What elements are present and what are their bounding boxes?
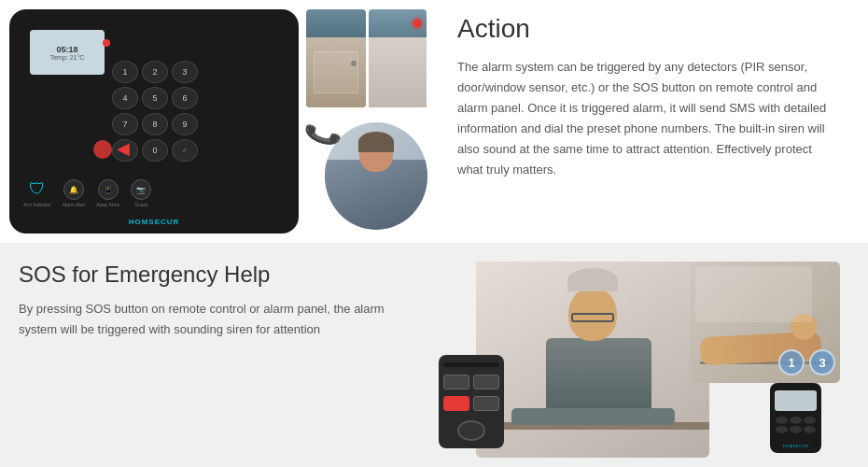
action-description: The alarm system can be triggered by any… [457,57,840,181]
key-5: 5 [142,87,168,109]
panel-led [93,140,112,159]
sos-title: SOS for Emergency Help [19,262,420,288]
action-text-area: Action The alarm system can be triggered… [448,9,849,234]
key-0: 0 [142,139,168,162]
numbered-overlay: 1 3 [778,349,835,375]
top-section: 05:18 Temp: 21°C 1 2 3 4 5 6 7 8 9 🔓 0 ✓ [0,0,868,243]
sos-description: By pressing SOS button on remote control… [19,299,420,340]
panel-screen: 05:18 Temp: 21°C [30,30,105,75]
panel-arrow-icon: ◀ [117,138,130,159]
wall-image [369,9,427,107]
room-background [695,266,812,322]
action-title: Action [457,14,840,44]
panel-brand-text: HOMSECUR [129,218,180,226]
man-at-desk-photo [476,262,709,458]
key-2: 2 [142,61,168,83]
wall-alarm-indicator [413,19,422,28]
person-phone-container: 📞 [306,113,427,230]
remote-btn-sos [443,396,469,411]
remote-btn-2 [473,375,499,389]
remote-btn-4 [473,396,499,411]
fall-person-photo: 1 3 [691,262,840,383]
remote-btn-1 [443,375,469,389]
bottom-section: SOS for Emergency Help By pressing SOS b… [0,243,868,467]
sos-images-area: 1 3 HOMSECUR [420,262,849,458]
key-4: 4 [112,87,138,109]
screen-time: 05:18 [56,45,77,54]
number-circle-1: 1 [778,349,805,375]
remote-round-btn [457,420,485,441]
sos-text-area: SOS for Emergency Help By pressing SOS b… [19,262,420,458]
door-knob [351,61,357,66]
screen-temp: Temp: 21°C [50,54,85,61]
small-panel-image: HOMSECUR [770,383,821,453]
alarm-panel-image: 05:18 Temp: 21°C 1 2 3 4 5 6 7 8 9 🔓 0 ✓ [9,9,299,234]
key-8: 8 [142,113,168,135]
key-9: 9 [172,113,198,135]
panel-bottom-row: 🛡 Arm Indicator 🔔 Alarm Alert 📱 Away Arm… [23,179,151,207]
key-hash: ✓ [172,139,198,162]
remote-control-image [439,355,504,448]
key-3: 3 [172,61,198,83]
small-images-column: 📞 [306,9,427,230]
key-6: 6 [172,87,198,109]
left-images-area: 05:18 Temp: 21°C 1 2 3 4 5 6 7 8 9 🔓 0 ✓ [9,9,448,234]
key-1: 1 [112,61,138,83]
key-7: 7 [112,113,138,135]
door-wall-images [306,9,427,107]
panel-red-indicator [103,39,110,47]
door-image [306,9,366,107]
number-circle-3: 3 [809,349,835,375]
